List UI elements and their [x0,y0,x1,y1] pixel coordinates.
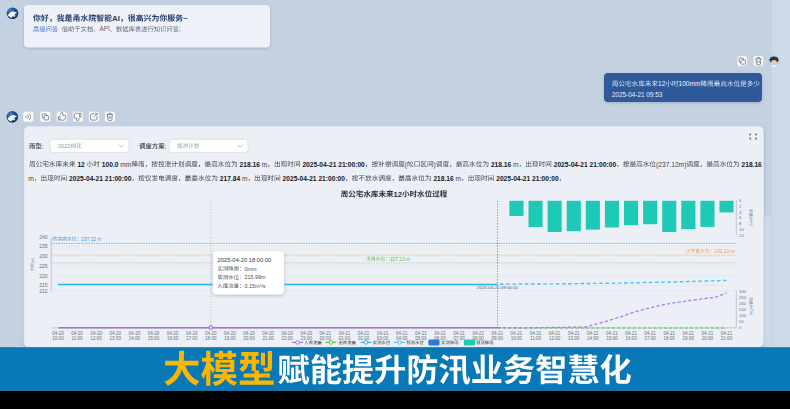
svg-text:19:00: 19:00 [683,336,695,341]
svg-text:2025-04-21 21:00:00: 2025-04-21 21:00:00 [554,161,617,168]
svg-text:250: 250 [739,295,747,300]
svg-text:150: 150 [739,307,747,312]
svg-text:19:00: 19:00 [224,336,236,341]
svg-text:10:00: 10:00 [52,336,64,341]
svg-text:m: m [260,161,268,168]
svg-text:225: 225 [39,263,48,269]
svg-text:2022: 2022 [58,143,70,149]
svg-text:mm: mm [118,161,131,168]
svg-text:100.0: 100.0 [102,161,119,168]
svg-text:13:00: 13:00 [568,336,580,341]
svg-text:2025-04-21 21:00:00: 2025-04-21 21:00:00 [496,175,559,182]
svg-text:13:00: 13:00 [110,336,122,341]
svg-text:12: 12 [658,80,666,87]
svg-text:AI: AI [112,14,120,23]
svg-text:05:00: 05:00 [415,336,427,341]
svg-text:20:00: 20:00 [243,336,255,341]
svg-text:220: 220 [39,273,48,279]
svg-text:02:00: 02:00 [358,336,370,341]
svg-text:00:00: 00:00 [320,336,332,341]
svg-text:215.99m: 215.99m [245,274,266,280]
svg-text:0mm: 0mm [245,266,257,272]
svg-text:200: 200 [739,301,747,306]
svg-text:03:00: 03:00 [377,336,389,341]
svg-text::: : [42,143,44,150]
svg-text:231.13 m: 231.13 m [715,249,735,254]
svg-text:20:00: 20:00 [702,336,714,341]
svg-text:100: 100 [739,313,747,318]
svg-text:04:00: 04:00 [396,336,408,341]
svg-text:m: m [27,175,35,182]
svg-text:227.13 m: 227.13 m [390,257,410,262]
svg-text:18:00: 18:00 [664,336,676,341]
svg-text:15:00: 15:00 [606,336,618,341]
svg-text:(m³/s): (m³/s) [749,305,754,316]
svg-text:21:00: 21:00 [262,336,274,341]
svg-text:09:00: 09:00 [492,336,504,341]
svg-text:m: m [240,175,248,182]
svg-text::: : [165,143,167,150]
svg-text:2025-04-21 21:00:00: 2025-04-21 21:00:00 [283,175,346,182]
svg-text:10:00: 10:00 [511,336,523,341]
svg-text:23:00: 23:00 [301,336,313,341]
svg-text:0.15m³/s: 0.15m³/s [245,283,266,289]
svg-text:217.84: 217.84 [220,175,241,182]
svg-text:API: API [100,25,110,32]
svg-text:): ) [434,161,436,169]
svg-text:50: 50 [739,319,744,324]
svg-text:m: m [511,161,519,168]
svg-text:218.16: 218.16 [433,175,454,182]
svg-text:12: 12 [394,190,402,199]
svg-text:16:00: 16:00 [625,336,637,341]
svg-text:2025-04-21 21:00:00: 2025-04-21 21:00:00 [69,175,132,182]
svg-text:17:00: 17:00 [644,336,656,341]
svg-text:2025-04-21 21:00:00: 2025-04-21 21:00:00 [302,161,365,168]
svg-text:17:00: 17:00 [186,336,198,341]
svg-text:16:00: 16:00 [167,336,179,341]
svg-text:235: 235 [39,243,48,249]
svg-text:21:00: 21:00 [721,336,733,341]
svg-text:10: 10 [739,227,744,232]
svg-text:2025-04-20 18:00:00: 2025-04-20 18:00:00 [218,257,272,263]
svg-text:12:00: 12:00 [91,336,103,341]
svg-text:12:00: 12:00 [549,336,561,341]
svg-text:100mm: 100mm [679,80,701,87]
svg-text:(237.12m): (237.12m) [656,161,686,169]
svg-text:240: 240 [39,234,48,240]
svg-text:14:00: 14:00 [129,336,141,341]
svg-text:12: 12 [739,233,744,238]
svg-text:;: ; [179,25,181,32]
svg-text:15:00: 15:00 [148,336,160,341]
svg-text:m: m [454,175,462,182]
svg-text:2025-04-21 09:00:00: 2025-04-21 09:00:00 [477,285,518,290]
svg-text:218.16: 218.16 [742,161,763,168]
svg-text:230: 230 [39,253,48,259]
svg-text:237.12 m: 237.12 m [81,237,101,242]
svg-text:(mm): (mm) [749,217,754,227]
svg-text:218.16: 218.16 [240,161,261,168]
svg-text:11:00: 11:00 [530,336,542,341]
svg-text:(m): (m) [30,257,35,264]
svg-text:11:00: 11:00 [72,336,84,341]
svg-text:300: 300 [739,289,747,294]
svg-text:18:00: 18:00 [205,336,217,341]
svg-text:218.16: 218.16 [491,161,512,168]
svg-text:22:00: 22:00 [282,336,294,341]
svg-text:14:00: 14:00 [587,336,599,341]
svg-text:2025-04-21 09:53: 2025-04-21 09:53 [612,91,663,98]
svg-text:01:00: 01:00 [339,336,351,341]
svg-text:212: 212 [39,288,48,294]
svg-text:~: ~ [183,14,188,23]
svg-text:07:00: 07:00 [453,336,465,341]
